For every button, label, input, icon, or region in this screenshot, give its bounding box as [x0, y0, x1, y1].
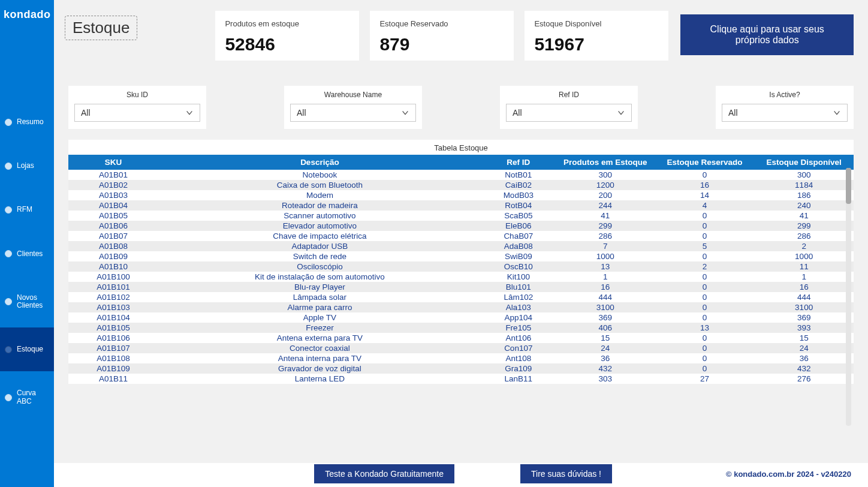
table-cell: A01B06 [68, 221, 158, 231]
table-row[interactable]: A01B103Alarme para carroAla103310003100 [68, 302, 854, 312]
chevron-down-icon [833, 109, 841, 117]
table-scrollbar[interactable] [846, 168, 851, 426]
table-row[interactable]: A01B02Caixa de som BluetoothCaiB02120016… [68, 180, 854, 190]
table-cell: 0 [655, 302, 755, 312]
table-cell: 0 [655, 282, 755, 292]
trial-button[interactable]: Teste a Kondado Gratuitamente [314, 464, 454, 483]
table-cell: Alarme para carro [158, 302, 481, 312]
table-row[interactable]: A01B08Adaptador USBAdaB08752 [68, 241, 854, 251]
table-cell: 0 [655, 170, 755, 180]
sidebar-item-novos-clientes[interactable]: Novos Clientes [0, 276, 54, 327]
sidebar-item-clientes[interactable]: Clientes [0, 232, 54, 276]
table-cell: A01B109 [68, 363, 158, 374]
filter-box: Is Active?All [716, 86, 854, 129]
table-cell: ModB03 [481, 190, 556, 200]
table-row[interactable]: A01B10OsciloscópioOscB1013211 [68, 261, 854, 272]
table-row[interactable]: A01B05Scanner automotivoScaB0541041 [68, 211, 854, 221]
nav-dot-icon [5, 163, 12, 170]
table-row[interactable]: A01B105FreezerFre10540613393 [68, 323, 854, 333]
filter-select[interactable]: All [506, 104, 632, 122]
table-header[interactable]: Estoque Disponível [754, 155, 854, 170]
table-cell: 1 [556, 272, 655, 282]
table-row[interactable]: A01B11Lanterna LEDLanB1130327276 [68, 374, 854, 384]
filter-select[interactable]: All [290, 104, 416, 122]
metric-label: Estoque Reservado [379, 19, 504, 28]
table-cell: 41 [556, 211, 655, 221]
table-cell: Gra109 [481, 363, 556, 374]
table-cell: 444 [754, 292, 854, 302]
table-cell: Osciloscópio [158, 261, 481, 272]
table-cell: RotB04 [481, 200, 556, 211]
filters-row: Sku IDAllWarehouse NameAllRef IDAllIs Ac… [54, 73, 868, 140]
scrollbar-thumb[interactable] [846, 168, 851, 204]
table-cell: 393 [754, 323, 854, 333]
table-cell: 15 [556, 333, 655, 343]
use-own-data-button[interactable]: Clique aqui para usar seus próprios dado… [680, 14, 854, 55]
sidebar-item-estoque[interactable]: Estoque [0, 327, 54, 371]
table-row[interactable]: A01B109Gravador de voz digitalGra1094320… [68, 363, 854, 374]
table-row[interactable]: A01B106Antena externa para TVAnt10615015 [68, 333, 854, 343]
table-row[interactable]: A01B107Conector coaxialCon10724024 [68, 343, 854, 353]
filter-select[interactable]: All [722, 104, 848, 122]
filter-select[interactable]: All [74, 104, 200, 122]
nav-dot-icon [5, 119, 12, 126]
table-cell: 36 [556, 353, 655, 363]
table-cell: 406 [556, 323, 655, 333]
table-header[interactable]: Estoque Reservado [655, 155, 755, 170]
metric-card: Estoque Disponível51967 [525, 11, 668, 61]
metric-value: 879 [379, 34, 504, 55]
table-header[interactable]: Produtos em Estoque [556, 155, 655, 170]
table-row[interactable]: A01B01NotebookNotB013000300 [68, 170, 854, 180]
sidebar-item-lojas[interactable]: Lojas [0, 144, 54, 188]
filter-value: All [513, 108, 522, 118]
table-row[interactable]: A01B104Apple TVApp1043690369 [68, 312, 854, 323]
table-cell: Switch de rede [158, 251, 481, 261]
nav-dot-icon [5, 394, 12, 401]
table-row[interactable]: A01B04Roteador de madeiraRotB042444240 [68, 200, 854, 211]
table-cell: 3100 [754, 302, 854, 312]
filter-box: Sku IDAll [68, 86, 206, 129]
table-cell: 24 [754, 343, 854, 353]
table-cell: Modem [158, 190, 481, 200]
table-cell: App104 [481, 312, 556, 323]
help-button[interactable]: Tire suas dúvidas ! [520, 464, 612, 483]
filter-label: Sku ID [68, 91, 206, 99]
table-cell: 186 [754, 190, 854, 200]
sidebar-item-resumo[interactable]: Resumo [0, 100, 54, 144]
table-row[interactable]: A01B06Elevador automotivoEleB062990299 [68, 221, 854, 231]
table-cell: ChaB07 [481, 231, 556, 241]
table-cell: A01B102 [68, 292, 158, 302]
table-cell: 300 [556, 170, 655, 180]
filter-label: Is Active? [716, 91, 854, 99]
table-row[interactable]: A01B108Antena interna para TVAnt10836036 [68, 353, 854, 363]
table-cell: 3100 [556, 302, 655, 312]
table-cell: 0 [655, 333, 755, 343]
sidebar-item-curva-abc[interactable]: Curva ABC [0, 371, 54, 423]
table-cell: 0 [655, 231, 755, 241]
table-cell: 4 [655, 200, 755, 211]
table-row[interactable]: A01B101Blu-ray PlayerBlu10116016 [68, 282, 854, 292]
table-header[interactable]: SKU [68, 155, 158, 170]
brand-logo: kondado [0, 0, 54, 28]
table-cell: Conector coaxial [158, 343, 481, 353]
table-row[interactable]: A01B09Switch de redeSwiB09100001000 [68, 251, 854, 261]
table-header[interactable]: Descrição [158, 155, 481, 170]
chevron-down-icon [617, 109, 625, 117]
table-header[interactable]: Ref ID [481, 155, 556, 170]
table-row[interactable]: A01B03ModemModB0320014186 [68, 190, 854, 200]
table-row[interactable]: A01B102Lâmpada solarLâm1024440444 [68, 292, 854, 302]
table-cell: A01B105 [68, 323, 158, 333]
metric-card: Produtos em estoque52846 [215, 11, 359, 61]
table-title: Tabela Estoque [68, 140, 854, 155]
table-cell: 276 [754, 374, 854, 384]
table-cell: Lanterna LED [158, 374, 481, 384]
table-cell: 15 [754, 333, 854, 343]
table-row[interactable]: A01B100Kit de instalação de som automoti… [68, 272, 854, 282]
table-cell: 0 [655, 272, 755, 282]
table-cell: A01B11 [68, 374, 158, 384]
table-cell: Antena interna para TV [158, 353, 481, 363]
sidebar-item-rfm[interactable]: RFM [0, 188, 54, 232]
table-cell: A01B07 [68, 231, 158, 241]
table-row[interactable]: A01B07Chave de impacto elétricaChaB07286… [68, 231, 854, 241]
table-cell: Ala103 [481, 302, 556, 312]
